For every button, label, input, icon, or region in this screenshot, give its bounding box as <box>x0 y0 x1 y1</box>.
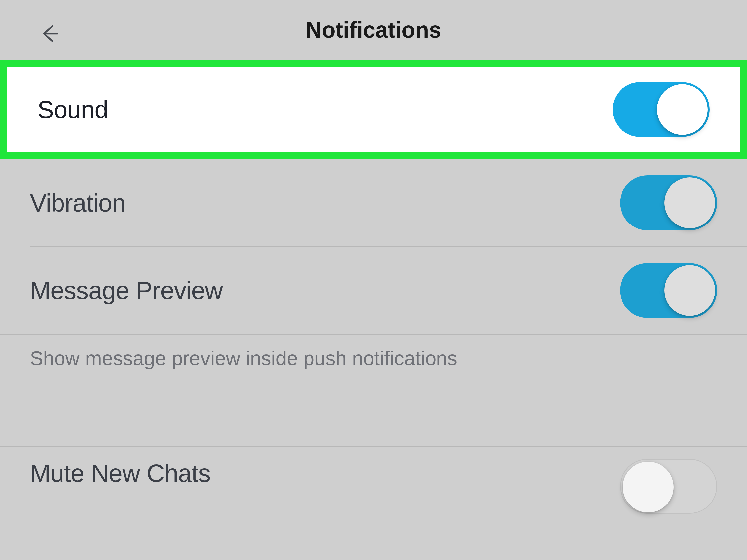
setting-row-mute-new-chats[interactable]: Mute New Chats <box>0 447 747 521</box>
preview-caption: Show message preview inside push notific… <box>30 347 457 370</box>
toggle-knob <box>664 265 715 316</box>
toggle-knob <box>623 462 673 512</box>
setting-label-mute-new-chats: Mute New Chats <box>30 459 210 487</box>
setting-label-vibration: Vibration <box>30 189 126 217</box>
back-button[interactable] <box>37 21 62 46</box>
toggle-mute-new-chats[interactable] <box>620 459 717 514</box>
section-spacer <box>0 382 747 447</box>
setting-row-sound[interactable]: Sound <box>7 67 740 152</box>
toggle-vibration[interactable] <box>620 176 717 230</box>
toggle-knob <box>664 178 715 228</box>
setting-label-message-preview: Message Preview <box>30 276 223 305</box>
setting-row-message-preview[interactable]: Message Preview <box>0 247 747 334</box>
notifications-settings-screen: Notifications Sound Vibration Message Pr… <box>0 0 747 560</box>
setting-row-vibration[interactable]: Vibration <box>0 159 747 246</box>
setting-caption-row: Show message preview inside push notific… <box>0 335 747 382</box>
toggle-knob <box>657 84 708 135</box>
header-bar: Notifications <box>0 0 747 60</box>
back-arrow-icon <box>40 24 60 44</box>
highlight-frame: Sound <box>0 60 747 159</box>
page-title: Notifications <box>306 17 441 43</box>
setting-label-sound: Sound <box>37 95 108 124</box>
toggle-sound[interactable] <box>613 82 710 137</box>
toggle-message-preview[interactable] <box>620 263 717 318</box>
